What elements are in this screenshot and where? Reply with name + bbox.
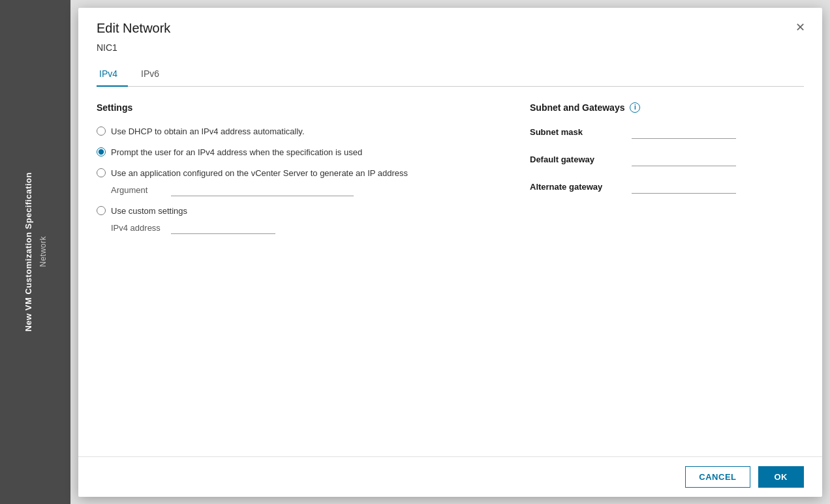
subnet-mask-input[interactable] (632, 126, 736, 139)
radio-prompt[interactable]: Prompt the user for an IPv4 address when… (97, 147, 504, 158)
radio-dhcp[interactable]: Use DHCP to obtain an IPv4 address autom… (97, 126, 504, 138)
sidebar-subtitle: Network (38, 237, 48, 268)
default-gateway-label: Default gateway (530, 155, 621, 164)
main-area: ✕ Edit Network NIC1 IPv4 IPv6 Settings (70, 0, 830, 504)
ok-button[interactable]: OK (758, 466, 805, 488)
ipv4-address-input[interactable] (171, 221, 275, 234)
radio-prompt-input[interactable] (97, 147, 106, 156)
radio-dhcp-input[interactable] (97, 126, 106, 136)
radio-prompt-label: Prompt the user for an IPv4 address when… (111, 147, 362, 158)
radio-group: Use DHCP to obtain an IPv4 address autom… (97, 126, 504, 235)
alternate-gateway-input[interactable] (632, 181, 736, 194)
argument-label: Argument (111, 185, 163, 195)
alternate-gateway-label: Alternate gateway (530, 182, 621, 192)
ipv4-address-label: IPv4 address (111, 223, 163, 233)
default-gateway-input[interactable] (632, 153, 736, 166)
settings-panel: Settings Use DHCP to obtain an IPv4 addr… (97, 102, 504, 441)
ipv4-address-field: IPv4 address (111, 221, 504, 234)
info-icon[interactable]: i (630, 102, 640, 113)
alternate-gateway-row: Alternate gateway (530, 181, 804, 194)
cancel-button[interactable]: CANCEL (685, 466, 750, 488)
radio-dhcp-label: Use DHCP to obtain an IPv4 address autom… (111, 126, 305, 138)
modal: ✕ Edit Network NIC1 IPv4 IPv6 Settings (78, 8, 822, 497)
radio-application-group: Use an application configured on the vCe… (97, 168, 504, 196)
tabs-container: IPv4 IPv6 (97, 63, 804, 87)
default-gateway-row: Default gateway (530, 153, 804, 166)
radio-application-label: Use an application configured on the vCe… (111, 168, 408, 179)
radio-application-input[interactable] (97, 168, 106, 177)
settings-title: Settings (97, 102, 504, 113)
subnet-panel: Subnet and Gateways i Subnet mask Defaul… (530, 102, 804, 441)
sidebar: New VM Customization Specification Netwo… (0, 0, 70, 504)
modal-body: Settings Use DHCP to obtain an IPv4 addr… (78, 87, 822, 456)
radio-custom-label: Use custom settings (111, 205, 187, 217)
modal-title: Edit Network (97, 21, 804, 36)
sidebar-title: New VM Customization Specification (23, 172, 33, 332)
subnet-mask-row: Subnet mask (530, 126, 804, 139)
argument-field: Argument (111, 183, 504, 196)
modal-footer: CANCEL OK (78, 456, 822, 497)
tab-ipv4[interactable]: IPv4 (97, 63, 128, 87)
argument-input[interactable] (171, 183, 354, 196)
subnet-mask-label: Subnet mask (530, 127, 621, 137)
sidebar-text: New VM Customization Specification Netwo… (23, 172, 48, 332)
subnet-title: Subnet and Gateways i (530, 102, 804, 113)
radio-application[interactable]: Use an application configured on the vCe… (97, 168, 504, 179)
modal-nic-label: NIC1 (97, 42, 804, 53)
tab-ipv6[interactable]: IPv6 (138, 63, 170, 87)
modal-header: Edit Network NIC1 IPv4 IPv6 (78, 8, 822, 87)
radio-custom-input[interactable] (97, 206, 106, 215)
close-button[interactable]: ✕ (791, 18, 809, 37)
radio-custom[interactable]: Use custom settings (97, 205, 504, 217)
radio-custom-group: Use custom settings IPv4 address (97, 205, 504, 234)
